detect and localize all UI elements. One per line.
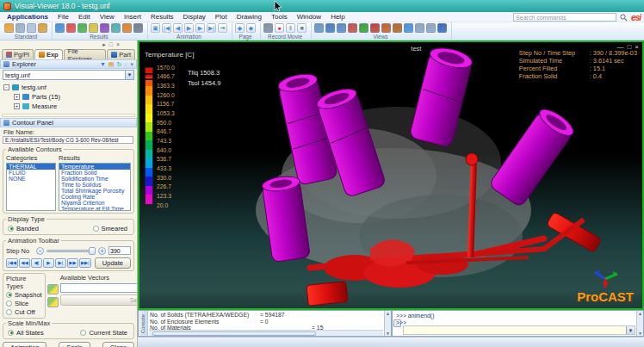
export-icon[interactable] [38,23,47,33]
radio-smeared[interactable]: Smeared [93,224,127,232]
first-frame-icon[interactable]: |◀ [162,23,171,33]
update-button[interactable]: Update [95,257,131,269]
tab-explorer[interactable]: Exp [34,49,63,59]
export-animation-icon[interactable]: ⇥ [218,23,227,33]
side-view-icon[interactable] [348,23,357,33]
category-fluid[interactable]: FLUID [7,170,55,176]
zoom-box-icon[interactable] [415,23,424,33]
menu-drawing[interactable]: Drawing [237,13,262,21]
file-name-input[interactable] [3,136,133,144]
curve-icon[interactable] [122,23,132,33]
playback-button-6[interactable]: ▶▶| [79,258,91,268]
script-history-dropdown-icon[interactable]: ▼ [626,326,635,334]
refresh-view-icon[interactable] [381,23,391,33]
playback-button-3[interactable]: ▶ [43,258,54,268]
slice-tool-icon[interactable] [47,284,59,294]
prev-page-icon[interactable]: ◆ [235,23,245,33]
settings-button[interactable]: Settings [60,294,138,306]
prev-frame-icon[interactable]: ◀ [173,23,183,33]
menu-tools[interactable]: Tools [271,13,288,21]
cut-plane-icon[interactable] [77,23,87,33]
playback-button-2[interactable]: ◀| [31,258,42,268]
menu-help[interactable]: Help [331,13,344,21]
record-icon[interactable]: ● [275,23,284,33]
menu-view[interactable]: View [100,13,115,21]
tab-part[interactable]: Part [107,49,135,59]
result-solidification-time[interactable]: Solidification Time [59,176,130,182]
menu-plot[interactable]: Plot [215,13,227,21]
sort-icon[interactable]: ▤ [108,61,115,68]
next-page-icon[interactable]: ◆ [246,23,256,33]
console-vscrollbar[interactable]: ▲▼ [384,311,391,336]
result-niyama-criterion[interactable]: Niyama Criterion [59,200,130,206]
console-tab[interactable]: Console [139,311,148,336]
expand-icon[interactable]: + [14,103,20,109]
model-file-input[interactable] [3,70,125,80]
open-file-icon[interactable] [4,23,14,33]
vector-plot-icon[interactable] [89,23,98,33]
iso-view-icon[interactable] [314,23,324,33]
result-cooling-rate[interactable]: Cooling Rate [59,194,130,200]
cut-icon[interactable] [15,23,25,33]
radio-slice[interactable]: Slice [6,299,42,307]
expand-icon[interactable]: + [14,94,20,100]
point-select-icon[interactable] [370,23,380,33]
script-vscrollbar[interactable]: ▲▼ [636,311,643,336]
fit-view-icon[interactable] [426,23,436,33]
step-slider-thumb[interactable] [89,247,96,255]
playback-button-0[interactable]: |◀◀ [6,258,18,268]
playback-button-4[interactable]: ▶| [55,258,66,268]
animation-setup-icon[interactable]: ▣ [151,23,160,33]
movie-icon[interactable] [263,23,273,33]
result-temperature[interactable]: Temperature [59,164,130,170]
radio-snapshot[interactable]: Snapshot [6,290,42,299]
menu-display[interactable]: Display [183,13,206,21]
tree-node-testg-unf[interactable]: -testg.unf [3,83,133,92]
radio-cut-off[interactable]: Cut Off [6,307,42,316]
menu-insert[interactable]: Insert [124,13,141,21]
step-decrement-button[interactable]: − [36,247,44,255]
top-view-icon[interactable] [337,23,346,33]
menu-results[interactable]: Results [151,13,174,21]
filter-icon[interactable]: ▼ [100,61,106,67]
menu-edit[interactable]: Edit [78,13,90,21]
tree-node-parts-15-[interactable]: +Parts (15) [3,92,133,102]
copy-icon[interactable] [27,23,36,33]
collapse-icon[interactable]: - [3,84,9,90]
playback-button-5[interactable]: ▶▶ [67,258,78,268]
script-input[interactable] [404,326,626,334]
tree-node-measure[interactable]: +Measure [3,102,133,111]
tab-pg-pl[interactable]: Pg/Pl [2,49,34,59]
pan-icon[interactable] [404,23,413,33]
contour-icon[interactable] [55,23,65,33]
refresh-icon[interactable]: ↻ [116,61,121,68]
category-thermal[interactable]: THERMAL [7,164,55,170]
scale-button[interactable]: Scale [59,342,90,347]
play-icon[interactable]: ▶ [184,23,194,33]
next-frame-icon[interactable]: ▶ [195,23,205,33]
stop-icon[interactable]: ■ [297,23,307,33]
step-increment-button[interactable]: + [98,247,106,255]
more-options-icon[interactable]: ▾ [130,61,133,68]
last-frame-icon[interactable]: ▶| [207,23,216,33]
tab-file-explorer[interactable]: File Explorer [64,49,107,59]
report-icon[interactable] [111,23,121,33]
cutoff-tool-icon[interactable] [47,297,59,307]
graphics-viewport[interactable]: test — □ × Temperature [C] 1570.01466.71… [138,40,644,310]
sync-icon[interactable]: ◌ [124,61,127,67]
close-panel-icon[interactable]: × [116,40,120,48]
front-view-icon[interactable] [325,23,335,33]
anchor-icon[interactable] [437,23,447,33]
radio-current-state[interactable]: Current State [80,328,127,337]
pin-panel-icon[interactable]: ▸ [102,40,106,48]
radio-banded[interactable]: Banded [8,224,39,232]
result-total-shrinkage-porosity[interactable]: Total Shrinkage Porosity [59,188,130,194]
close-button[interactable]: Close [102,342,134,347]
menu-applications[interactable]: Applications [7,13,48,21]
search-input[interactable] [513,13,616,22]
search-icon[interactable] [620,14,628,22]
menu-file[interactable]: File [58,13,69,21]
radio-all-states[interactable]: All States [8,328,44,337]
rotate-view-icon[interactable] [359,23,368,33]
result-fraction-solid[interactable]: Fraction Solid [59,170,130,176]
